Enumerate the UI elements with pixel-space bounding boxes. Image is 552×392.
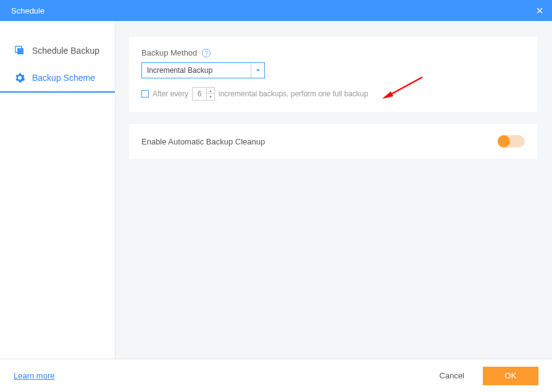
chevron-down-icon[interactable] <box>251 63 264 78</box>
titlebar: Schedule × <box>0 0 552 21</box>
after-every-checkbox[interactable] <box>141 90 149 98</box>
backup-method-label: Backup Method <box>141 48 197 57</box>
sidebar-item-backup-scheme[interactable]: Backup Scheme <box>0 64 115 93</box>
sidebar: Schedule Backup Backup Scheme <box>0 21 115 359</box>
svg-rect-1 <box>17 48 23 54</box>
main-content: Backup Method ? Incremental Backup After… <box>115 21 552 359</box>
after-every-prefix: After every <box>153 90 188 98</box>
sidebar-item-label: Schedule Backup <box>32 46 99 56</box>
cleanup-label: Enable Automatic Backup Cleanup <box>141 137 265 146</box>
toggle-knob <box>498 135 510 148</box>
backup-method-panel: Backup Method ? Incremental Backup After… <box>129 37 537 112</box>
cleanup-toggle[interactable] <box>498 135 525 148</box>
ok-button[interactable]: OK <box>483 367 538 385</box>
backup-method-select[interactable]: Incremental Backup <box>141 62 265 78</box>
body: Schedule Backup Backup Scheme Backup Met… <box>0 21 552 359</box>
window-title: Schedule <box>11 6 44 15</box>
close-icon[interactable]: × <box>536 4 543 17</box>
sidebar-item-label: Backup Scheme <box>32 73 95 83</box>
after-every-value: 6 <box>193 90 206 98</box>
spinner-down-icon[interactable]: ▼ <box>207 94 214 100</box>
gear-icon <box>15 73 25 83</box>
backup-method-value: Incremental Backup <box>142 66 251 75</box>
after-every-row: After every 6 ▲ ▼ incremental backups, p… <box>141 87 525 101</box>
spinner-up-icon[interactable]: ▲ <box>207 88 214 94</box>
cancel-button[interactable]: Cancel <box>426 367 478 385</box>
sidebar-item-schedule-backup[interactable]: Schedule Backup <box>0 37 115 64</box>
stack-icon <box>15 46 25 56</box>
after-every-suffix: incremental backups, perform one full ba… <box>219 90 368 98</box>
after-every-spinner[interactable]: 6 ▲ ▼ <box>192 87 215 101</box>
footer: Learn more Cancel OK <box>0 359 552 392</box>
learn-more-link[interactable]: Learn more <box>14 371 54 380</box>
spinner-buttons: ▲ ▼ <box>206 88 214 100</box>
cleanup-panel: Enable Automatic Backup Cleanup <box>129 124 537 159</box>
help-icon[interactable]: ? <box>202 49 211 57</box>
backup-method-label-row: Backup Method ? <box>141 48 525 57</box>
cleanup-row: Enable Automatic Backup Cleanup <box>141 135 525 148</box>
